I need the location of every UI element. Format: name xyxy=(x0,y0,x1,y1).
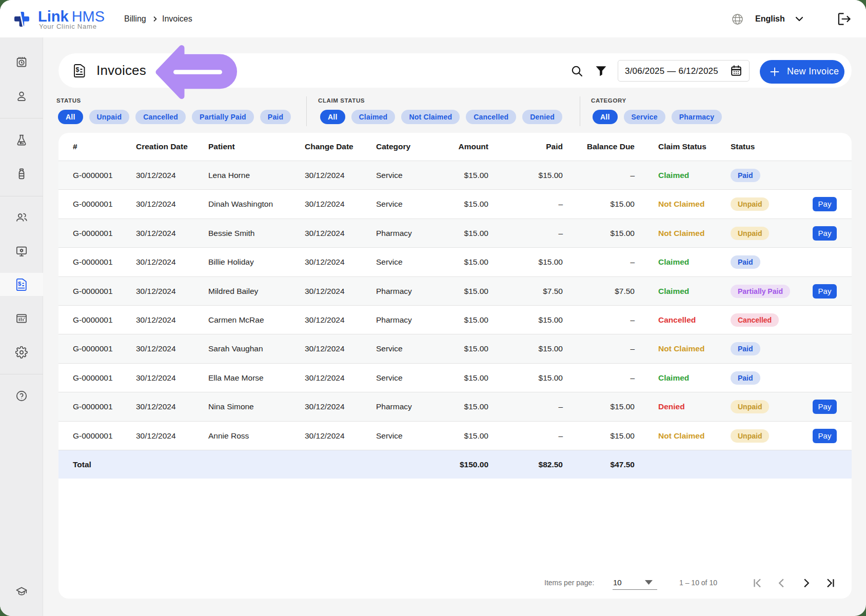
svg-text:$: $ xyxy=(75,66,79,73)
svg-text:$: $ xyxy=(18,281,22,287)
